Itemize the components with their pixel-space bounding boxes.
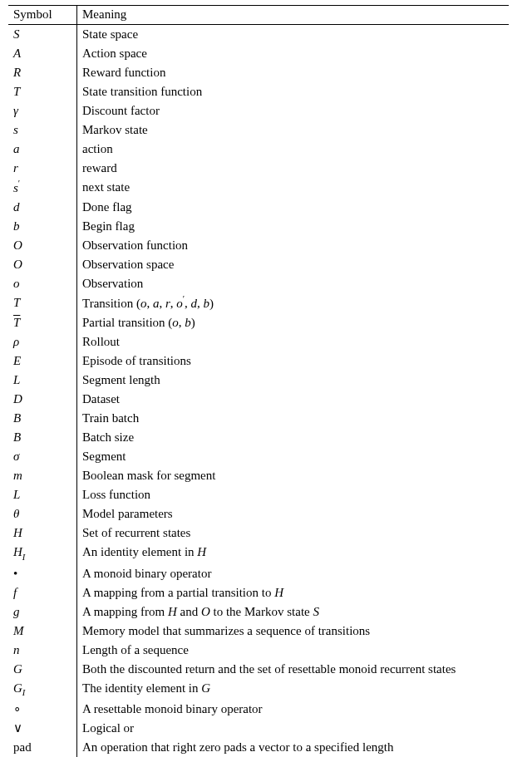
meaning-cell: An identity element in H (77, 543, 510, 564)
symbol-cell: ρ (8, 332, 77, 351)
table-row: γDiscount factor (8, 101, 509, 120)
notation-table: Symbol Meaning SState spaceAAction space… (8, 5, 509, 757)
meaning-cell: A resettable monoid binary operator (77, 700, 510, 719)
symbol-cell: ∘ (8, 700, 77, 719)
meaning-cell: action (77, 140, 510, 159)
symbol-cell: pad (8, 738, 77, 757)
table-row: dDone flag (8, 198, 509, 217)
meaning-cell: A mapping from a partial transition to H (77, 583, 510, 602)
table-row: LSegment length (8, 371, 509, 390)
meaning-cell: Partial transition (o, b) (77, 313, 510, 332)
meaning-cell: Both the discounted return and the set o… (77, 660, 510, 679)
table-row: TState transition function (8, 82, 509, 101)
symbol-cell: GI (8, 679, 77, 700)
symbol-cell: f (8, 583, 77, 602)
symbol-cell: B (8, 428, 77, 447)
meaning-cell: Reward function (77, 63, 510, 82)
meaning-cell: A mapping from H and O to the Markov sta… (77, 602, 510, 622)
meaning-cell: Observation function (77, 236, 510, 255)
meaning-cell: Observation space (77, 255, 510, 274)
table-row: EEpisode of transitions (8, 351, 509, 371)
symbol-cell: T (8, 313, 77, 332)
table-row: σSegment (8, 447, 509, 466)
meaning-cell: reward (77, 159, 510, 178)
symbol-cell: R (8, 63, 77, 82)
table-row: GBoth the discounted return and the set … (8, 660, 509, 679)
symbol-cell: A (8, 44, 77, 63)
table-row: ∨Logical or (8, 719, 509, 738)
meaning-cell: Rollout (77, 332, 510, 351)
symbol-cell: b (8, 217, 77, 236)
table-row: OObservation space (8, 255, 509, 274)
symbol-cell: r (8, 159, 77, 178)
symbol-cell: θ (8, 504, 77, 524)
table-row: BTrain batch (8, 409, 509, 428)
table-row: HSet of recurrent states (8, 524, 509, 543)
symbol-cell: m (8, 466, 77, 485)
meaning-cell: Train batch (77, 409, 510, 428)
meaning-cell: next state (77, 178, 510, 198)
meaning-cell: Transition (o, a, r, o′, d, b) (77, 293, 510, 313)
symbol-cell: HI (8, 543, 77, 564)
meaning-cell: Segment (77, 447, 510, 466)
table-row: OObservation function (8, 236, 509, 255)
table-row: sMarkov state (8, 120, 509, 140)
table-row: rreward (8, 159, 509, 178)
header-row: Symbol Meaning (8, 6, 509, 25)
table-row: gA mapping from H and O to the Markov st… (8, 602, 509, 622)
symbol-cell: n (8, 641, 77, 660)
table-row: fA mapping from a partial transition to … (8, 583, 509, 602)
table-row: SState space (8, 25, 509, 45)
symbol-cell: ∨ (8, 719, 77, 738)
table-row: θModel parameters (8, 504, 509, 524)
table-row: •A monoid binary operator (8, 564, 509, 583)
meaning-cell: Loss function (77, 485, 510, 504)
meaning-cell: Model parameters (77, 504, 510, 524)
table-row: GIThe identity element in G (8, 679, 509, 700)
meaning-cell: Markov state (77, 120, 510, 140)
symbol-cell: s′ (8, 178, 77, 198)
table-row: nLength of a sequence (8, 641, 509, 660)
symbol-cell: E (8, 351, 77, 371)
meaning-cell: Dataset (77, 390, 510, 409)
header-meaning: Meaning (77, 6, 510, 25)
meaning-cell: Batch size (77, 428, 510, 447)
table-row: oObservation (8, 274, 509, 293)
symbol-cell: σ (8, 447, 77, 466)
meaning-cell: Segment length (77, 371, 510, 390)
symbol-cell: • (8, 564, 77, 583)
table-row: HIAn identity element in H (8, 543, 509, 564)
symbol-cell: L (8, 485, 77, 504)
table-row: LLoss function (8, 485, 509, 504)
meaning-cell: Set of recurrent states (77, 524, 510, 543)
meaning-cell: A monoid binary operator (77, 564, 510, 583)
symbol-cell: D (8, 390, 77, 409)
table-row: TTransition (o, a, r, o′, d, b) (8, 293, 509, 313)
meaning-cell: Done flag (77, 198, 510, 217)
table-row: padAn operation that right zero pads a v… (8, 738, 509, 757)
symbol-cell: B (8, 409, 77, 428)
symbol-cell: H (8, 524, 77, 543)
page: Symbol Meaning SState spaceAAction space… (0, 0, 532, 757)
table-row: MMemory model that summarizes a sequence… (8, 622, 509, 641)
symbol-cell: T (8, 293, 77, 313)
symbol-cell: o (8, 274, 77, 293)
meaning-cell: The identity element in G (77, 679, 510, 700)
meaning-cell: An operation that right zero pads a vect… (77, 738, 510, 757)
table-row: aaction (8, 140, 509, 159)
meaning-cell: Action space (77, 44, 510, 63)
table-row: BBatch size (8, 428, 509, 447)
meaning-cell: Episode of transitions (77, 351, 510, 371)
symbol-cell: L (8, 371, 77, 390)
table-row: mBoolean mask for segment (8, 466, 509, 485)
symbol-cell: d (8, 198, 77, 217)
table-row: RReward function (8, 63, 509, 82)
table-row: bBegin flag (8, 217, 509, 236)
header-symbol: Symbol (8, 6, 77, 25)
meaning-cell: Observation (77, 274, 510, 293)
table-row: DDataset (8, 390, 509, 409)
table-row: s′next state (8, 178, 509, 198)
symbol-cell: O (8, 255, 77, 274)
symbol-cell: T (8, 82, 77, 101)
meaning-cell: Discount factor (77, 101, 510, 120)
